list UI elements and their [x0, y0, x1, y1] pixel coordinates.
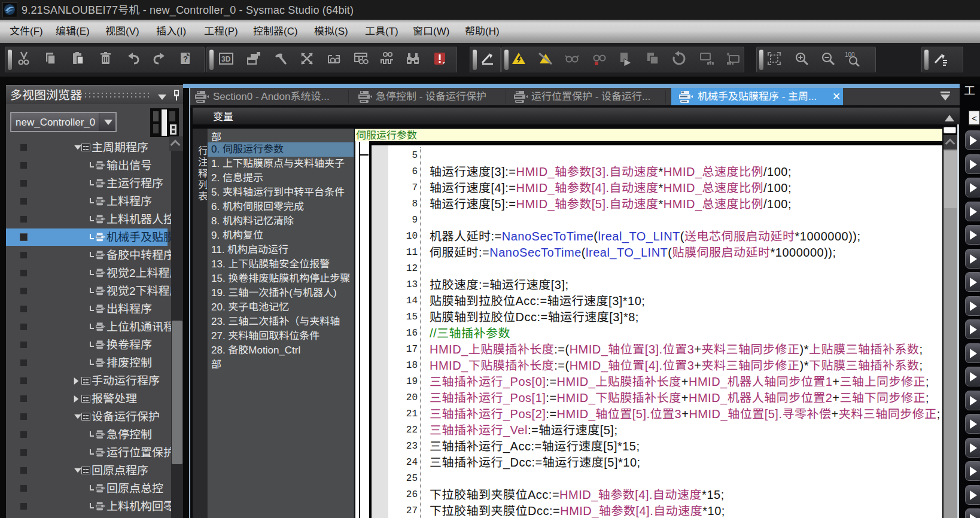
svg-text:?: ? [183, 54, 188, 63]
svg-text:3D: 3D [221, 55, 231, 63]
